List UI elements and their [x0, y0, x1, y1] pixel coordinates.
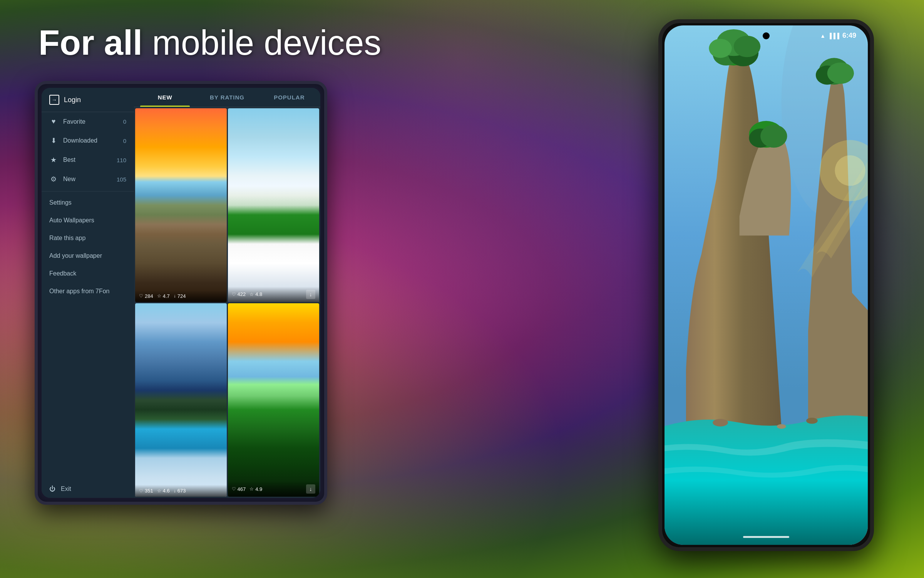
svg-point-15: [806, 418, 818, 424]
phone-body: ▲ ▐▐▐ 6:49: [658, 19, 874, 551]
wifi-icon: ▲: [820, 33, 825, 39]
dl-stat-icon: ↓: [174, 293, 176, 299]
tab-by-rating-label: BY RATING: [210, 94, 244, 101]
other-apps-label: Other apps from 7Fon: [49, 288, 110, 294]
settings-label: Settings: [49, 199, 72, 206]
headline-bold: For all: [38, 24, 142, 62]
heart-stat-icon-4: ♡: [232, 486, 236, 492]
sidebar-item-other-apps[interactable]: Other apps from 7Fon: [42, 282, 134, 300]
sidebar-item-feedback[interactable]: Feedback: [42, 265, 134, 282]
tab-by-rating[interactable]: BY RATING: [196, 88, 258, 107]
new-label: New: [63, 176, 75, 183]
phone-time: 6:49: [842, 32, 856, 40]
star-stat-icon-2: ☆: [249, 292, 254, 297]
phone-screen: ▲ ▐▐▐ 6:49: [665, 25, 868, 545]
sidebar-item-settings[interactable]: Settings: [42, 194, 134, 212]
svg-point-16: [777, 424, 786, 429]
sidebar-item-add-wallpaper[interactable]: Add your wallpaper: [42, 247, 134, 265]
rating-stat-4: ☆ 4.9: [249, 486, 262, 492]
rating-count-1: 4.7: [163, 293, 170, 299]
download-icon: ⬇: [49, 136, 58, 145]
tabs-bar: NEW BY RATING POPULAR: [134, 88, 320, 107]
phone-camera: [763, 32, 770, 39]
login-button[interactable]: → Login: [42, 88, 134, 112]
headline-rest: mobile devices: [142, 24, 381, 62]
tab-popular-label: POPULAR: [274, 94, 305, 101]
star-stat-icon: ☆: [157, 293, 161, 299]
rating-count-2: 4.8: [255, 291, 262, 297]
rating-count-4: 4.9: [255, 486, 262, 492]
headline: For all mobile devices: [38, 23, 381, 63]
status-icons: ▲ ▐▐▐: [820, 33, 839, 39]
sidebar-item-favorite[interactable]: ♥ Favorite 0: [42, 112, 134, 131]
downloads-stat-1: ↓ 724: [174, 293, 186, 299]
sidebar: → Login ♥ Favorite 0 ⬇ Downloaded 0 ★ Be…: [42, 88, 134, 498]
downloads-stat-3: ↓ 673: [174, 488, 186, 494]
heart-icon: ♥: [49, 118, 58, 126]
wallpaper-grid: ♡ 284 ☆ 4.7 ↓ 724: [134, 107, 320, 498]
svg-point-10: [827, 62, 854, 84]
svg-point-6: [709, 39, 732, 58]
rating-stat-1: ☆ 4.7: [157, 293, 170, 299]
download-button-4[interactable]: ↓: [306, 484, 315, 494]
favorite-label: Favorite: [63, 118, 85, 125]
tablet-volume-up-button: [35, 153, 37, 169]
exit-icon: ⏻: [49, 486, 55, 492]
wallpaper-item-3[interactable]: ♡ 351 ☆ 4.6 ↓ 673: [135, 303, 227, 497]
best-label: Best: [63, 156, 75, 163]
likes-count-4: 467: [238, 486, 246, 492]
sidebar-divider: [42, 191, 134, 192]
svg-point-7: [734, 36, 760, 57]
wallpaper-stats-1: ♡ 284 ☆ 4.7 ↓ 724: [135, 290, 227, 302]
heart-stat-icon-2: ♡: [232, 292, 236, 297]
sidebar-item-rate-app[interactable]: Rate this app: [42, 229, 134, 247]
tablet-power-button: [325, 161, 327, 184]
rating-stat-2: ☆ 4.8: [249, 291, 262, 297]
new-icon: ⚙: [49, 175, 58, 183]
exit-label: Exit: [61, 486, 71, 492]
favorite-badge: 0: [123, 118, 126, 125]
downloads-count-1: 724: [177, 293, 186, 299]
likes-count-2: 422: [238, 291, 246, 297]
svg-point-13: [760, 125, 787, 148]
tablet-screen: → Login ♥ Favorite 0 ⬇ Downloaded 0 ★ Be…: [42, 88, 320, 498]
download-button-2[interactable]: ↓: [306, 290, 315, 299]
tablet-device: → Login ♥ Favorite 0 ⬇ Downloaded 0 ★ Be…: [35, 81, 327, 505]
wallpaper-item-4[interactable]: ♡ 467 ☆ 4.9 ↓: [228, 303, 320, 497]
likes-stat-3: ♡ 351: [139, 488, 153, 494]
heart-stat-icon-3: ♡: [139, 488, 143, 494]
login-label: Login: [64, 96, 81, 104]
phone-status-bar: ▲ ▐▐▐ 6:49: [820, 32, 856, 40]
wallpaper-stats-3: ♡ 351 ☆ 4.6 ↓ 673: [135, 485, 227, 497]
likes-stat-1: ♡ 284: [139, 293, 153, 299]
tab-new-label: NEW: [158, 94, 172, 101]
sidebar-item-auto-wallpapers[interactable]: Auto Wallpapers: [42, 212, 134, 229]
svg-point-18: [835, 155, 865, 186]
rate-app-label: Rate this app: [49, 235, 85, 241]
star-stat-icon-4: ☆: [249, 486, 254, 492]
sidebar-item-downloaded[interactable]: ⬇ Downloaded 0: [42, 131, 134, 150]
new-badge: 105: [117, 176, 126, 183]
best-badge: 110: [117, 157, 126, 163]
wallpaper-item-1[interactable]: ♡ 284 ☆ 4.7 ↓ 724: [135, 108, 227, 302]
star-stat-icon-3: ☆: [157, 488, 161, 494]
tab-popular[interactable]: POPULAR: [258, 88, 320, 107]
wallpaper-stats-2: ♡ 422 ☆ 4.8 ↓: [228, 287, 320, 302]
wallpaper-item-2[interactable]: ♡ 422 ☆ 4.8 ↓: [228, 108, 320, 302]
star-icon: ★: [49, 156, 58, 164]
sidebar-item-best[interactable]: ★ Best 110: [42, 150, 134, 170]
downloads-count-3: 673: [177, 488, 186, 494]
sidebar-item-new[interactable]: ⚙ New 105: [42, 170, 134, 189]
tab-new[interactable]: NEW: [134, 88, 196, 107]
likes-count-1: 284: [145, 293, 153, 299]
heart-stat-icon: ♡: [139, 293, 143, 299]
auto-wallpapers-label: Auto Wallpapers: [49, 217, 94, 223]
tablet-volume-down-button: [35, 173, 37, 188]
rating-stat-3: ☆ 4.6: [157, 488, 170, 494]
exit-button[interactable]: ⏻ Exit: [42, 480, 134, 498]
likes-count-3: 351: [145, 488, 153, 494]
feedback-label: Feedback: [49, 270, 76, 277]
signal-icon: ▐▐▐: [828, 33, 839, 39]
tablet-body: → Login ♥ Favorite 0 ⬇ Downloaded 0 ★ Be…: [35, 81, 327, 505]
login-icon: →: [49, 95, 59, 105]
